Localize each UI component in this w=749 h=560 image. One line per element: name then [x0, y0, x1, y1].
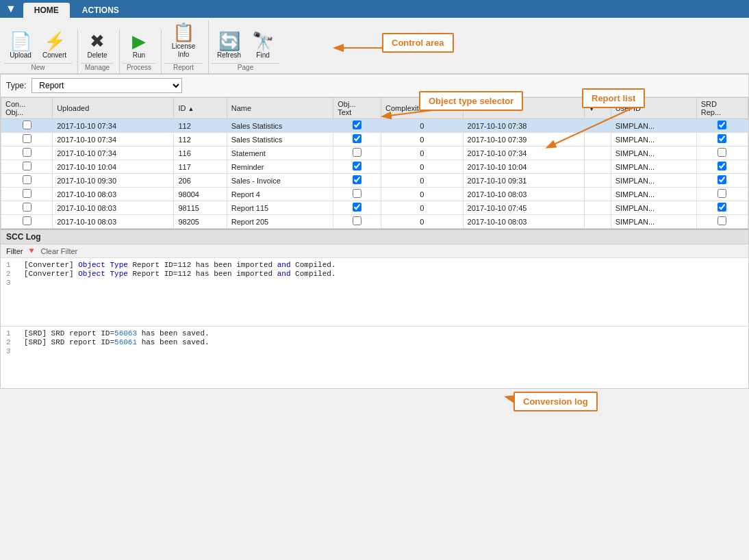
table-cell: 98004	[174, 188, 227, 201]
row-checkbox[interactable]	[23, 120, 31, 129]
srd-checkbox[interactable]	[718, 175, 726, 184]
objtext-checkbox[interactable]	[353, 189, 361, 198]
title-bar: ▼ HOME ACTIONS	[0, 0, 749, 18]
row-checkbox[interactable]	[23, 148, 31, 157]
srd-checkbox[interactable]	[718, 120, 726, 129]
table-cell: Report 205	[227, 215, 333, 229]
line-number: 1	[6, 261, 18, 269]
type-select[interactable]: Report Template Query	[31, 78, 182, 93]
col-header-objtext[interactable]: Obj...Text	[333, 98, 381, 119]
table-cell: Reminder	[227, 160, 333, 174]
data-table: Con...Obj... Uploaded ID ▲ Name Obj...Te…	[1, 97, 748, 229]
row-checkbox[interactable]	[23, 162, 31, 170]
objtext-checkbox[interactable]	[353, 120, 361, 129]
page-group-label: Page	[212, 63, 279, 73]
objtext-checkbox[interactable]	[353, 134, 361, 143]
converted-cell: 2017-10-10 08:03	[463, 215, 584, 229]
col-header-name[interactable]: Name	[227, 98, 333, 119]
scc-log-section: SCC Log Filter 🔻 Clear Filter 1[Converte…	[1, 229, 748, 388]
converted-cell: 2017-10-10 09:31	[463, 174, 584, 188]
refresh-button[interactable]: 🔄 Refresh	[212, 29, 246, 62]
col-header-uploaded[interactable]: Uploaded	[53, 98, 174, 119]
srd-checkbox[interactable]	[718, 134, 726, 143]
line-number: 3	[6, 347, 18, 355]
table-row[interactable]: 2017-10-10 08:0398205Report 20502017-10-…	[1, 215, 748, 229]
objtext-checkbox[interactable]	[353, 175, 361, 184]
userid-cell: SIMPLAN...	[611, 174, 696, 188]
table-row[interactable]: 2017-10-10 08:0398115Report 11502017-10-…	[1, 201, 748, 215]
filter-button[interactable]: Filter	[6, 247, 23, 255]
ribbon-group-page: 🔄 Refresh 🔭 Find Page	[212, 29, 285, 73]
new-group-label: New	[4, 63, 72, 73]
table-row[interactable]: 2017-10-10 08:0398004Report 402017-10-10…	[1, 188, 748, 201]
table-row[interactable]: 2017-10-10 07:34112Sales Statistics02017…	[1, 133, 748, 147]
userid-cell: SIMPLAN...	[611, 201, 696, 215]
refresh-label: Refresh	[217, 51, 241, 59]
srd-checkbox[interactable]	[718, 203, 726, 212]
objtext-checkbox[interactable]	[353, 203, 361, 212]
table-cell: 2017-10-10 09:30	[53, 174, 174, 188]
converted-cell: 2017-10-10 10:04	[463, 160, 584, 174]
log-text: [Converter] Object Type Report ID=112 ha…	[24, 270, 336, 278]
type-label: Type:	[6, 81, 26, 90]
objtext-checkbox[interactable]	[353, 148, 361, 157]
delete-button[interactable]: ✖ Delete	[81, 29, 114, 62]
app-wrapper: ▼ HOME ACTIONS 📄 Upload ⚡ Convert New	[0, 0, 749, 560]
col-header-userid[interactable]: User ID	[611, 98, 696, 119]
type-select-wrap: Report Template Query	[31, 78, 182, 93]
conversion-log: 1[Converter] Object Type Report ID=112 h…	[1, 258, 748, 327]
convert-label: Convert	[42, 51, 66, 59]
table-row[interactable]: 2017-10-10 07:34112Sales Statistics02017…	[1, 119, 748, 133]
main-content: Type: Report Template Query Con...Obj...…	[0, 75, 749, 389]
run-icon: ▶	[132, 32, 146, 50]
row-checkbox[interactable]	[23, 134, 31, 143]
process-group-label: Process	[123, 63, 155, 73]
col-header-check: Con...Obj...	[1, 98, 53, 119]
srd-checkbox[interactable]	[718, 189, 726, 198]
tab-actions[interactable]: ACTIONS	[71, 3, 130, 18]
line-number: 2	[6, 338, 18, 346]
licenseinfo-button[interactable]: 📋 LicenseInfo	[164, 21, 203, 62]
table-row[interactable]: 2017-10-10 07:34116Statement02017-10-10 …	[1, 147, 748, 160]
convert-button[interactable]: ⚡ Convert	[37, 29, 72, 62]
tab-home[interactable]: HOME	[23, 3, 70, 18]
table-cell: 2017-10-10 07:34	[53, 119, 174, 133]
log-line: 3	[6, 279, 743, 287]
table-cell: Report 115	[227, 201, 333, 215]
table-cell: 112	[174, 119, 227, 133]
srd-checkbox[interactable]	[718, 162, 726, 170]
table-row[interactable]: 2017-10-10 09:30206Sales - Invoice02017-…	[1, 174, 748, 188]
row-checkbox[interactable]	[23, 216, 31, 225]
col-header-converted[interactable]: Converted	[463, 98, 584, 119]
col-header-complexity[interactable]: Complexity	[381, 98, 463, 119]
table-row[interactable]: 2017-10-10 10:04117Reminder02017-10-10 1…	[1, 160, 748, 174]
page-group-buttons: 🔄 Refresh 🔭 Find	[212, 29, 279, 62]
ribbon-group-report: 📋 LicenseInfo Report	[164, 21, 209, 73]
objtext-checkbox[interactable]	[353, 162, 361, 170]
table-cell: Statement	[227, 147, 333, 160]
col-header-id[interactable]: ID ▲	[174, 98, 227, 119]
licenseinfo-label: LicenseInfo	[172, 42, 195, 59]
row-checkbox[interactable]	[23, 189, 31, 198]
srd-checkbox[interactable]	[718, 148, 726, 157]
delete-icon: ✖	[90, 32, 105, 50]
col-header-sort2[interactable]: ▼	[584, 98, 611, 119]
convert-icon: ⚡	[44, 32, 66, 50]
complexity-cell: 0	[381, 188, 463, 201]
col-header-srd[interactable]: SRDRep...	[696, 98, 748, 119]
row-checkbox[interactable]	[23, 175, 31, 184]
app-menu-arrow[interactable]: ▼	[5, 3, 16, 15]
upload-icon: 📄	[10, 32, 31, 50]
userid-cell: SIMPLAN...	[611, 215, 696, 229]
objtext-checkbox[interactable]	[353, 216, 361, 225]
srd-checkbox[interactable]	[718, 216, 726, 225]
userid-cell: SIMPLAN...	[611, 133, 696, 147]
find-button[interactable]: 🔭 Find	[246, 29, 279, 62]
upload-button[interactable]: 📄 Upload	[4, 29, 37, 62]
log-line: 2[Converter] Object Type Report ID=112 h…	[6, 270, 743, 278]
clear-filter-button[interactable]: Clear Filter	[40, 247, 77, 255]
row-checkbox[interactable]	[23, 203, 31, 212]
table-cell: 2017-10-10 08:03	[53, 201, 174, 215]
run-button[interactable]: ▶ Run	[123, 29, 155, 62]
userid-cell: SIMPLAN...	[611, 160, 696, 174]
